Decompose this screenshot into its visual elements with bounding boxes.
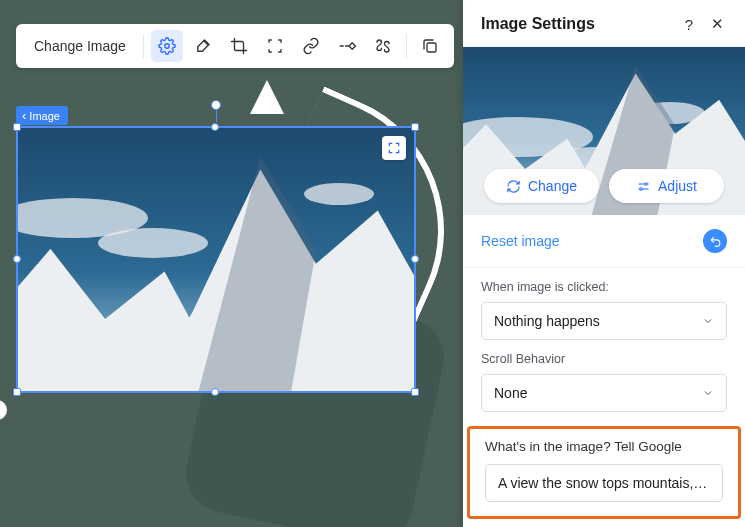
rotate-handle[interactable] bbox=[211, 100, 221, 110]
change-image-button[interactable]: Change Image bbox=[24, 32, 136, 60]
resize-handle-tl[interactable] bbox=[13, 123, 21, 131]
resize-handle-l[interactable] bbox=[13, 255, 21, 263]
click-behavior-select[interactable]: Nothing happens bbox=[481, 302, 727, 340]
image-content bbox=[18, 128, 414, 391]
refresh-icon bbox=[506, 179, 521, 194]
scroll-behavior-value: None bbox=[494, 385, 527, 401]
image-preview: Change Adjust bbox=[463, 47, 745, 215]
change-label: Change bbox=[528, 178, 577, 194]
adjust-button[interactable]: Adjust bbox=[609, 169, 724, 203]
svg-point-3 bbox=[645, 182, 648, 185]
svg-point-4 bbox=[640, 187, 643, 190]
chevron-down-icon bbox=[702, 315, 714, 327]
crop-icon[interactable] bbox=[223, 30, 255, 62]
resize-handle-bl[interactable] bbox=[13, 388, 21, 396]
alt-text-label: What's in the image? Tell Google bbox=[485, 439, 723, 454]
scroll-behavior-label: Scroll Behavior bbox=[481, 352, 727, 366]
reset-row: Reset image bbox=[463, 215, 745, 268]
click-behavior-field: When image is clicked: Nothing happens bbox=[463, 268, 745, 340]
swap-icon[interactable] bbox=[367, 30, 399, 62]
reset-link[interactable]: Reset image bbox=[481, 233, 703, 249]
undo-button[interactable] bbox=[703, 229, 727, 253]
resize-handle-r[interactable] bbox=[411, 255, 419, 263]
image-toolbar: Change Image bbox=[16, 24, 454, 68]
resize-handle-br[interactable] bbox=[411, 388, 419, 396]
animation-icon[interactable] bbox=[331, 30, 363, 62]
adjust-label: Adjust bbox=[658, 178, 697, 194]
duplicate-icon[interactable] bbox=[414, 30, 446, 62]
svg-rect-1 bbox=[349, 43, 355, 49]
brush-icon[interactable] bbox=[187, 30, 219, 62]
link-icon[interactable] bbox=[295, 30, 327, 62]
sliders-icon bbox=[636, 179, 651, 194]
undo-icon bbox=[709, 235, 722, 248]
image-settings-panel: Image Settings ? ✕ Change Adjust Reset i… bbox=[463, 0, 745, 527]
breadcrumb[interactable]: Image bbox=[16, 106, 68, 125]
resize-handle-b[interactable] bbox=[211, 388, 219, 396]
close-icon[interactable]: ✕ bbox=[707, 14, 727, 34]
panel-title: Image Settings bbox=[481, 15, 671, 33]
svg-rect-2 bbox=[427, 43, 436, 52]
click-behavior-value: Nothing happens bbox=[494, 313, 600, 329]
scroll-behavior-field: Scroll Behavior None bbox=[463, 340, 745, 412]
help-icon[interactable]: ? bbox=[679, 14, 699, 34]
focus-icon[interactable] bbox=[259, 30, 291, 62]
scroll-behavior-select[interactable]: None bbox=[481, 374, 727, 412]
resize-handle-t[interactable] bbox=[211, 123, 219, 131]
separator bbox=[406, 34, 407, 58]
gear-icon[interactable] bbox=[151, 30, 183, 62]
expand-button[interactable] bbox=[382, 136, 406, 160]
breadcrumb-label: Image bbox=[29, 110, 60, 122]
selected-image[interactable] bbox=[16, 126, 416, 393]
click-behavior-label: When image is clicked: bbox=[481, 280, 727, 294]
alt-text-input[interactable]: A view the snow tops mountais, ever… bbox=[485, 464, 723, 502]
alt-text-section: What's in the image? Tell Google A view … bbox=[467, 426, 741, 519]
resize-handle-tr[interactable] bbox=[411, 123, 419, 131]
change-button[interactable]: Change bbox=[484, 169, 599, 203]
panel-header: Image Settings ? ✕ bbox=[463, 0, 745, 47]
separator bbox=[143, 34, 144, 58]
svg-point-0 bbox=[165, 44, 170, 49]
chevron-down-icon bbox=[702, 387, 714, 399]
background-arrow bbox=[250, 80, 284, 114]
edge-handle[interactable] bbox=[0, 400, 7, 420]
